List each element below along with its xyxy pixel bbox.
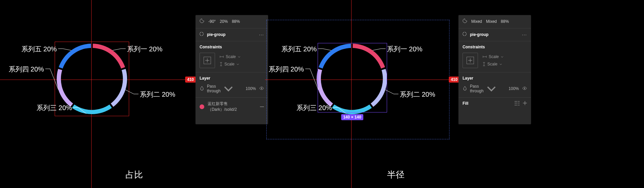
opacity-field[interactable]: 100% xyxy=(246,86,256,91)
fill-title: Fill xyxy=(463,101,468,106)
color-style-name[interactable]: 蓝红新零售（Dark）/solid/2 xyxy=(208,101,257,112)
frame-icon xyxy=(463,32,467,37)
arc-icon xyxy=(200,18,204,24)
chevron-down-icon xyxy=(223,86,233,92)
blend-mode[interactable]: Pass through xyxy=(470,84,484,93)
series-label: 系列四 20% xyxy=(9,65,44,74)
series-label: 系列五 20% xyxy=(21,45,57,54)
svg-point-3 xyxy=(524,88,525,89)
arc-sweep-field[interactable]: Mixed xyxy=(486,19,497,24)
caption-left: 占比 xyxy=(0,169,268,181)
layer-name[interactable]: pie-group xyxy=(207,32,225,37)
size-badge: 140 × 140 xyxy=(341,114,363,120)
chevron-down-icon xyxy=(236,63,239,65)
visibility-toggle[interactable] xyxy=(522,86,527,92)
constraint-h[interactable]: Scale xyxy=(483,54,503,59)
series-label: 系列一 20% xyxy=(127,45,163,54)
svg-point-1 xyxy=(261,88,262,89)
opacity-field[interactable]: 100% xyxy=(508,86,519,91)
series-label: 系列一 20% xyxy=(387,45,423,54)
fill-swatch[interactable] xyxy=(200,104,204,109)
arc-inner-field[interactable]: 88% xyxy=(501,19,509,24)
layer-name[interactable]: pie-group xyxy=(470,32,488,37)
series-label: 系列三 20% xyxy=(297,103,332,112)
layer-title: Layer xyxy=(200,76,264,81)
frame-icon xyxy=(200,32,204,37)
dim-badge-right: 410 xyxy=(449,77,460,83)
styles-button[interactable] xyxy=(515,101,520,106)
constraint-v[interactable]: Scale xyxy=(483,62,503,66)
chevron-down-icon xyxy=(486,86,496,92)
blend-mode[interactable]: Pass through xyxy=(207,84,221,93)
svg-rect-0 xyxy=(200,32,204,36)
constraints-title: Constraints xyxy=(463,45,527,49)
more-button[interactable]: ··· xyxy=(259,33,264,36)
series-label: 系列五 20% xyxy=(281,45,317,54)
add-fill-button[interactable] xyxy=(523,101,527,105)
more-button[interactable]: ··· xyxy=(522,33,527,36)
arc-inner-field[interactable]: 88% xyxy=(232,19,240,24)
arc-sweep-field[interactable]: 20% xyxy=(220,19,228,24)
dim-badge-right: 410 xyxy=(185,77,196,83)
constraint-h[interactable]: Scale xyxy=(220,54,240,59)
series-label: 系列二 20% xyxy=(140,90,175,99)
layer-title: Layer xyxy=(463,76,527,81)
design-panel-right: Mixed Mixed 88% pie-group ··· Constraint… xyxy=(459,15,531,124)
detach-style-button[interactable] xyxy=(260,105,264,109)
chevron-down-icon xyxy=(499,63,502,65)
series-label: 系列四 20% xyxy=(269,65,304,74)
blend-icon xyxy=(463,86,467,92)
constraint-v[interactable]: Scale xyxy=(220,62,240,66)
chevron-down-icon xyxy=(238,56,240,58)
arc-icon xyxy=(463,18,467,24)
arc-angle-field[interactable]: -90° xyxy=(208,19,216,24)
chevron-down-icon xyxy=(501,56,503,58)
caption-right: 半径 xyxy=(265,169,527,181)
design-panel-left: -90° 20% 88% pie-group ··· Constraints xyxy=(196,15,268,124)
constraints-title: Constraints xyxy=(200,45,264,49)
arc-angle-field[interactable]: Mixed xyxy=(471,19,482,24)
series-label: 系列二 20% xyxy=(400,90,435,99)
svg-rect-2 xyxy=(463,32,467,36)
blend-icon xyxy=(200,86,204,92)
constraints-widget[interactable] xyxy=(463,53,478,68)
series-label: 系列三 20% xyxy=(37,103,72,112)
constraints-widget[interactable] xyxy=(200,53,215,68)
visibility-toggle[interactable] xyxy=(259,86,264,92)
